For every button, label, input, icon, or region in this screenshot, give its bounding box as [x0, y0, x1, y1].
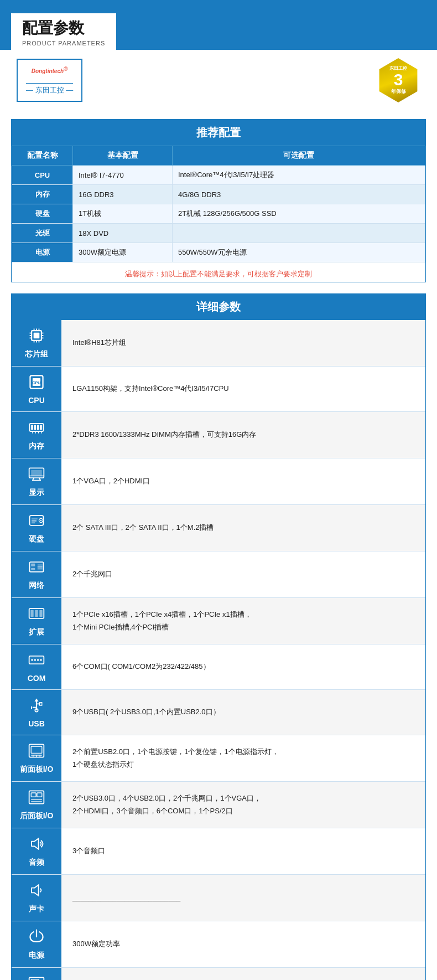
usb-icon: USB [12, 690, 61, 735]
col-header-optional: 可选配置 [173, 146, 425, 166]
com-icon: COM [12, 644, 61, 690]
svg-rect-20 [37, 425, 39, 430]
config-table: 配置名称 基本配置 可选配置 CPUIntel® I7-4770Intel®Co… [12, 146, 425, 262]
detail-row: 声卡 ___________________________ [12, 875, 425, 921]
config-row-name: CPU [12, 166, 73, 185]
detail-row: 扩展 1个PCIe x16插槽，1个PCIe x4插槽，1个PCIe x1插槽，… [12, 598, 425, 644]
svg-rect-18 [31, 425, 33, 430]
detail-value: ___________________________ [61, 875, 425, 921]
config-row-optional: 550W/550W冗余电源 [173, 243, 425, 262]
detail-value: 1个PCIe x16插槽，1个PCIe x4插槽，1个PCIe x1插槽，1个M… [61, 598, 425, 644]
header-title-en: PRODUCT PARAMETERS [22, 40, 105, 47]
config-row-name: 电源 [12, 243, 73, 262]
tip-text: 温馨提示：如以上配置不能满足要求，可根据客户要求定制 [12, 262, 425, 282]
header-title-zh: 配置参数 [22, 18, 105, 39]
detail-row: 电源 300W额定功率 [12, 921, 425, 968]
detail-value: 2个前置USB2.0口，1个电源按键，1个复位键，1个电源指示灯，1个硬盘状态指… [61, 735, 425, 782]
detail-table: 芯片组 Intel®H81芯片组 CPU CPU LGA1150构架，支持Int… [12, 320, 425, 980]
detail-title: 详细参数 [12, 294, 425, 320]
svg-rect-68 [31, 793, 36, 797]
warranty-text: 年保修 [391, 88, 406, 95]
detail-value: 300W额定功率 [61, 921, 425, 968]
detail-value: 6个COM口( COM1/COM2为232/422/485） [61, 644, 425, 690]
chipset-icon: 芯片组 [12, 320, 61, 367]
expand-icon: 扩展 [12, 598, 61, 644]
chassis-icon: 机箱尺寸 [12, 968, 61, 981]
detail-row: 显示 1个VGA口，2个HDMI口 [12, 458, 425, 505]
power-icon: 电源 [12, 921, 61, 968]
logo-brand: Dongtintech® [32, 65, 68, 81]
detail-row: 芯片组 Intel®H81芯片组 [12, 320, 425, 367]
memory-icon: 内存 [12, 412, 61, 458]
detail-row: 硬盘 2个 SATA III口，2个 SATA II口，1个M.2插槽 [12, 505, 425, 551]
svg-marker-73 [32, 885, 38, 896]
detail-row: 前面板I/O 2个前置USB2.0口，1个电源按键，1个复位键，1个电源指示灯，… [12, 735, 425, 782]
svg-rect-30 [31, 470, 42, 476]
detail-value: Intel®H81芯片组 [61, 320, 425, 367]
front-io-icon: 前面板I/O [12, 735, 61, 782]
config-row-base: Intel® I7-4770 [73, 166, 173, 185]
detail-value: 430*480*177mm（宽*深*高） [61, 968, 425, 981]
network-icon: 网络 [12, 551, 61, 598]
logo-area: Dongtintech® — 东田工控 — 东田工控 3 年保修 [0, 50, 437, 111]
header-title-box: 配置参数 PRODUCT PARAMETERS [11, 13, 116, 50]
detail-value: 2*DDR3 1600/1333MHz DIMM内存插槽，可支持16G内存 [61, 412, 425, 458]
svg-rect-46 [35, 610, 38, 617]
header: 配置参数 PRODUCT PARAMETERS [0, 0, 437, 50]
soundcard-icon: 声卡 [12, 875, 61, 921]
config-row-optional: Intel®Core™4代I3/I5/I7处理器 [173, 166, 425, 185]
config-row-name: 光驱 [12, 224, 73, 243]
warranty-badge: 东田工控 3 年保修 [376, 58, 420, 102]
detail-row: COM 6个COM口( COM1/COM2为232/422/485） [12, 644, 425, 690]
detail-value: 2个USB3.0口，4个USB2.0口，2个千兆网口，1个VGA口，2个HDMI… [61, 782, 425, 828]
svg-rect-19 [34, 425, 37, 430]
detail-row: 音频 3个音频口 [12, 828, 425, 875]
audio-icon: 音频 [12, 828, 61, 875]
config-row-base: 18X DVD [73, 224, 173, 243]
config-row-base: 16G DDR3 [73, 185, 173, 204]
svg-rect-40 [31, 568, 35, 570]
svg-rect-39 [31, 564, 35, 566]
svg-rect-57 [39, 703, 41, 705]
detail-row: 内存 2*DDR3 1600/1333MHz DIMM内存插槽，可支持16G内存 [12, 412, 425, 458]
recommend-title: 推荐配置 [12, 120, 425, 146]
config-row-optional [173, 224, 425, 243]
cpu-icon: CPU CPU [12, 367, 61, 412]
logo-sub: — 东田工控 — [26, 83, 73, 95]
svg-point-49 [31, 659, 33, 661]
config-row-name: 硬盘 [12, 204, 73, 224]
detail-section: 详细参数 芯片组 Intel®H81芯片组 CPU CPU LGA1150构架，… [11, 293, 426, 980]
config-row-base: 300W额定电源 [73, 243, 173, 262]
svg-text:CPU: CPU [32, 381, 40, 385]
config-row-name: 内存 [12, 185, 73, 204]
svg-rect-21 [40, 425, 42, 430]
svg-rect-47 [39, 610, 42, 617]
svg-marker-72 [32, 838, 38, 849]
col-header-base: 基本配置 [73, 146, 173, 166]
svg-point-60 [35, 709, 38, 711]
detail-row: USB 9个USB口( 2个USB3.0口,1个内置USB2.0口） [12, 690, 425, 735]
col-header-name: 配置名称 [12, 146, 73, 166]
rear-io-icon: 后面板I/O [12, 782, 61, 828]
svg-rect-45 [30, 610, 33, 617]
recommend-section: 推荐配置 配置名称 基本配置 可选配置 CPUIntel® I7-4770Int… [11, 119, 426, 282]
harddisk-icon: 硬盘 [12, 505, 61, 551]
detail-value: 3个音频口 [61, 828, 425, 875]
detail-row: 后面板I/O 2个USB3.0口，4个USB2.0口，2个千兆网口，1个VGA口… [12, 782, 425, 828]
logo-brand-text: Dongtintech® [32, 68, 68, 74]
svg-point-34 [40, 520, 42, 522]
detail-row: 机箱尺寸 430*480*177mm（宽*深*高） [12, 968, 425, 981]
svg-rect-62 [31, 746, 42, 753]
svg-point-51 [37, 659, 39, 661]
svg-rect-69 [37, 793, 42, 797]
svg-point-50 [34, 659, 37, 661]
svg-point-52 [40, 659, 42, 661]
display-icon: 显示 [12, 458, 61, 505]
svg-rect-1 [34, 333, 40, 339]
logo-box: Dongtintech® — 东田工控 — [17, 59, 82, 102]
svg-marker-55 [34, 699, 38, 702]
detail-row: CPU CPU LGA1150构架，支持Intel®Core™4代I3/I5/I… [12, 367, 425, 412]
config-row-base: 1T机械 [73, 204, 173, 224]
detail-value: 2个千兆网口 [61, 551, 425, 598]
config-row-optional: 4G/8G DDR3 [173, 185, 425, 204]
